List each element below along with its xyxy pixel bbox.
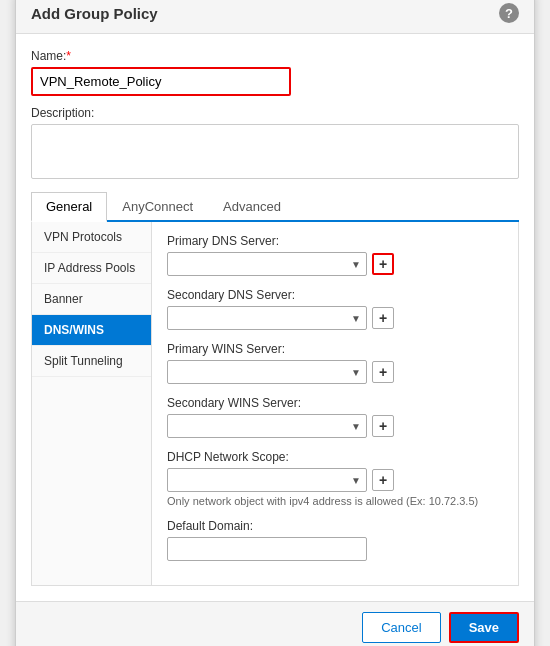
save-button[interactable]: Save [449,612,519,643]
sidebar-item-banner[interactable]: Banner [32,284,151,315]
dhcp-scope-row: ▼ + [167,468,503,492]
sidebar-item-dns-wins[interactable]: DNS/WINS [32,315,151,346]
dhcp-scope-field: DHCP Network Scope: ▼ + Only network obj… [167,450,503,507]
primary-dns-dropdown-wrap: ▼ [167,252,367,276]
secondary-wins-label: Secondary WINS Server: [167,396,503,410]
dhcp-scope-label: DHCP Network Scope: [167,450,503,464]
dhcp-hint-text: Only network object with ipv4 address is… [167,495,503,507]
primary-dns-row: ▼ + [167,252,503,276]
primary-dns-select[interactable] [167,252,367,276]
cancel-button[interactable]: Cancel [362,612,440,643]
name-required-marker: * [66,49,71,63]
sidebar: VPN Protocols IP Address Pools Banner DN… [32,222,152,585]
dns-wins-content: Primary DNS Server: ▼ + Secondary DNS Se… [152,222,518,585]
secondary-dns-row: ▼ + [167,306,503,330]
description-label: Description: [31,106,519,120]
primary-wins-label: Primary WINS Server: [167,342,503,356]
secondary-dns-label: Secondary DNS Server: [167,288,503,302]
content-area: VPN Protocols IP Address Pools Banner DN… [31,222,519,586]
secondary-dns-add-button[interactable]: + [372,307,394,329]
secondary-wins-row: ▼ + [167,414,503,438]
secondary-dns-dropdown-wrap: ▼ [167,306,367,330]
primary-wins-field: Primary WINS Server: ▼ + [167,342,503,384]
modal-body: Name:* Description: General AnyConnect A… [16,34,534,601]
secondary-wins-dropdown-wrap: ▼ [167,414,367,438]
default-domain-label: Default Domain: [167,519,503,533]
name-label: Name:* [31,49,519,63]
primary-dns-label: Primary DNS Server: [167,234,503,248]
description-textarea[interactable] [31,124,519,179]
dhcp-scope-select[interactable] [167,468,367,492]
secondary-wins-select[interactable] [167,414,367,438]
default-domain-input[interactable] [167,537,367,561]
primary-dns-add-button[interactable]: + [372,253,394,275]
primary-wins-row: ▼ + [167,360,503,384]
sidebar-item-split-tunneling[interactable]: Split Tunneling [32,346,151,377]
primary-wins-dropdown-wrap: ▼ [167,360,367,384]
modal-title: Add Group Policy [31,5,158,22]
dhcp-scope-add-button[interactable]: + [372,469,394,491]
modal-footer: Cancel Save [16,601,534,646]
secondary-wins-add-button[interactable]: + [372,415,394,437]
dhcp-scope-dropdown-wrap: ▼ [167,468,367,492]
add-group-policy-modal: Add Group Policy ? Name:* Description: G… [15,0,535,646]
help-icon[interactable]: ? [499,3,519,23]
sidebar-item-ip-address-pools[interactable]: IP Address Pools [32,253,151,284]
name-field-group: Name:* [31,49,519,96]
description-field-group: Description: [31,106,519,182]
primary-wins-select[interactable] [167,360,367,384]
tab-advanced[interactable]: Advanced [208,192,296,222]
modal-header: Add Group Policy ? [16,0,534,34]
secondary-dns-field: Secondary DNS Server: ▼ + [167,288,503,330]
tab-general[interactable]: General [31,192,107,222]
sidebar-item-vpn-protocols[interactable]: VPN Protocols [32,222,151,253]
tab-anyconnect[interactable]: AnyConnect [107,192,208,222]
primary-wins-add-button[interactable]: + [372,361,394,383]
secondary-dns-select[interactable] [167,306,367,330]
tab-bar: General AnyConnect Advanced [31,192,519,222]
secondary-wins-field: Secondary WINS Server: ▼ + [167,396,503,438]
primary-dns-field: Primary DNS Server: ▼ + [167,234,503,276]
name-input[interactable] [31,67,291,96]
default-domain-field: Default Domain: [167,519,503,561]
